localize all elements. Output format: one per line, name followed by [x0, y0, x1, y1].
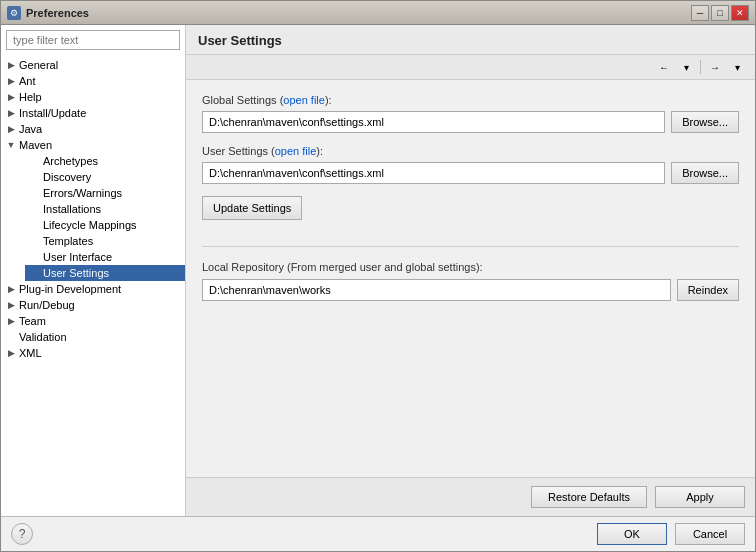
sidebar-label-templates: Templates — [41, 235, 93, 247]
title-bar: ⚙ Preferences ─ □ ✕ — [1, 1, 755, 25]
sidebar-label-installations: Installations — [41, 203, 101, 215]
arrow-plugin: ▶ — [5, 283, 17, 295]
sidebar-item-archetypes[interactable]: Archetypes — [25, 153, 185, 169]
sidebar-item-discovery[interactable]: Discovery — [25, 169, 185, 185]
arrow-xml: ▶ — [5, 347, 17, 359]
sidebar-label-discovery: Discovery — [41, 171, 91, 183]
sidebar-label-maven: Maven — [17, 139, 52, 151]
back-dropdown-button[interactable]: ▾ — [676, 58, 696, 76]
local-repo-row: Reindex — [202, 279, 739, 301]
filter-input[interactable] — [6, 30, 180, 50]
window-icon: ⚙ — [7, 6, 21, 20]
sidebar-label-general: General — [17, 59, 58, 71]
sidebar-item-lifecycle[interactable]: Lifecycle Mappings — [25, 217, 185, 233]
sidebar-label-archetypes: Archetypes — [41, 155, 98, 167]
dialog-buttons: OK Cancel — [597, 523, 745, 545]
sidebar-item-user-interface[interactable]: User Interface — [25, 249, 185, 265]
arrow-team: ▶ — [5, 315, 17, 327]
sidebar-label-ant: Ant — [17, 75, 36, 87]
sidebar-item-java[interactable]: ▶ Java — [1, 121, 185, 137]
toolbar-strip: ← ▾ → ▾ — [186, 55, 755, 80]
main-content: ▶ General ▶ Ant ▶ Help ▶ Install/Update — [1, 25, 755, 516]
panel-title: User Settings — [198, 33, 282, 48]
arrow-maven: ▼ — [5, 139, 17, 151]
sidebar-label-plugin: Plug-in Development — [17, 283, 121, 295]
forward-dropdown-button[interactable]: ▾ — [727, 58, 747, 76]
global-browse-button[interactable]: Browse... — [671, 111, 739, 133]
forward-button[interactable]: → — [705, 58, 725, 76]
dialog-bottom: ? OK Cancel — [1, 516, 755, 551]
cancel-button[interactable]: Cancel — [675, 523, 745, 545]
help-button[interactable]: ? — [11, 523, 33, 545]
sidebar-label-user-settings: User Settings — [41, 267, 109, 279]
local-repo-input[interactable] — [202, 279, 671, 301]
right-panel: User Settings ← ▾ → ▾ Global Settings (o… — [186, 25, 755, 516]
minimize-button[interactable]: ─ — [691, 5, 709, 21]
reindex-button[interactable]: Reindex — [677, 279, 739, 301]
close-button[interactable]: ✕ — [731, 5, 749, 21]
user-settings-label: User Settings (open file): — [202, 145, 739, 157]
user-settings-input[interactable] — [202, 162, 665, 184]
tree: ▶ General ▶ Ant ▶ Help ▶ Install/Update — [1, 55, 185, 516]
global-settings-label: Global Settings (open file): — [202, 94, 739, 106]
sidebar-item-general[interactable]: ▶ General — [1, 57, 185, 73]
user-browse-button[interactable]: Browse... — [671, 162, 739, 184]
arrow-errors — [29, 187, 41, 199]
sidebar-label-user-interface: User Interface — [41, 251, 112, 263]
sidebar-item-validation[interactable]: ▶ Validation — [1, 329, 185, 345]
title-bar-left: ⚙ Preferences — [7, 6, 89, 20]
maximize-button[interactable]: □ — [711, 5, 729, 21]
sidebar-item-user-settings[interactable]: User Settings — [25, 265, 185, 281]
apply-button[interactable]: Apply — [655, 486, 745, 508]
arrow-archetypes — [29, 155, 41, 167]
sidebar-label-help: Help — [17, 91, 42, 103]
maven-children: Archetypes Discovery Errors/Warnings Ins… — [1, 153, 185, 281]
local-repo-label: Local Repository (From merged user and g… — [202, 261, 739, 273]
user-settings-row: Browse... — [202, 162, 739, 184]
sidebar-label-xml: XML — [17, 347, 42, 359]
arrow-installations — [29, 203, 41, 215]
arrow-lifecycle — [29, 219, 41, 231]
sidebar-item-team[interactable]: ▶ Team — [1, 313, 185, 329]
sidebar-label-lifecycle: Lifecycle Mappings — [41, 219, 137, 231]
sidebar-item-templates[interactable]: Templates — [25, 233, 185, 249]
update-settings-button[interactable]: Update Settings — [202, 196, 302, 220]
sidebar-item-help[interactable]: ▶ Help — [1, 89, 185, 105]
back-button[interactable]: ← — [654, 58, 674, 76]
arrow-user-interface — [29, 251, 41, 263]
global-settings-input[interactable] — [202, 111, 665, 133]
sidebar-label-validation: Validation — [17, 331, 67, 343]
divider — [202, 246, 739, 247]
bottom-bar: Restore Defaults Apply — [186, 477, 755, 516]
arrow-java: ▶ — [5, 123, 17, 135]
sidebar-label-errors: Errors/Warnings — [41, 187, 122, 199]
sidebar-item-xml[interactable]: ▶ XML — [1, 345, 185, 361]
sidebar-label-java: Java — [17, 123, 42, 135]
sidebar-item-ant[interactable]: ▶ Ant — [1, 73, 185, 89]
global-settings-link[interactable]: open file — [283, 94, 325, 106]
ok-button[interactable]: OK — [597, 523, 667, 545]
sidebar-item-maven[interactable]: ▼ Maven — [1, 137, 185, 153]
arrow-help: ▶ — [5, 91, 17, 103]
title-bar-controls: ─ □ ✕ — [691, 5, 749, 21]
sidebar: ▶ General ▶ Ant ▶ Help ▶ Install/Update — [1, 25, 186, 516]
panel-header: User Settings — [186, 25, 755, 55]
arrow-install: ▶ — [5, 107, 17, 119]
sidebar-label-team: Team — [17, 315, 46, 327]
arrow-ant: ▶ — [5, 75, 17, 87]
arrow-user-settings — [29, 267, 41, 279]
sidebar-item-plugin[interactable]: ▶ Plug-in Development — [1, 281, 185, 297]
sidebar-item-installations[interactable]: Installations — [25, 201, 185, 217]
arrow-run: ▶ — [5, 299, 17, 311]
restore-defaults-button[interactable]: Restore Defaults — [531, 486, 647, 508]
sidebar-label-run: Run/Debug — [17, 299, 75, 311]
sidebar-item-install-update[interactable]: ▶ Install/Update — [1, 105, 185, 121]
arrow-templates — [29, 235, 41, 247]
arrow-general: ▶ — [5, 59, 17, 71]
settings-content: Global Settings (open file): Browse... U… — [186, 80, 755, 477]
sidebar-item-errors-warnings[interactable]: Errors/Warnings — [25, 185, 185, 201]
user-settings-link[interactable]: open file — [275, 145, 317, 157]
preferences-window: ⚙ Preferences ─ □ ✕ ▶ General ▶ Ant — [0, 0, 756, 552]
sidebar-item-run-debug[interactable]: ▶ Run/Debug — [1, 297, 185, 313]
arrow-discovery — [29, 171, 41, 183]
